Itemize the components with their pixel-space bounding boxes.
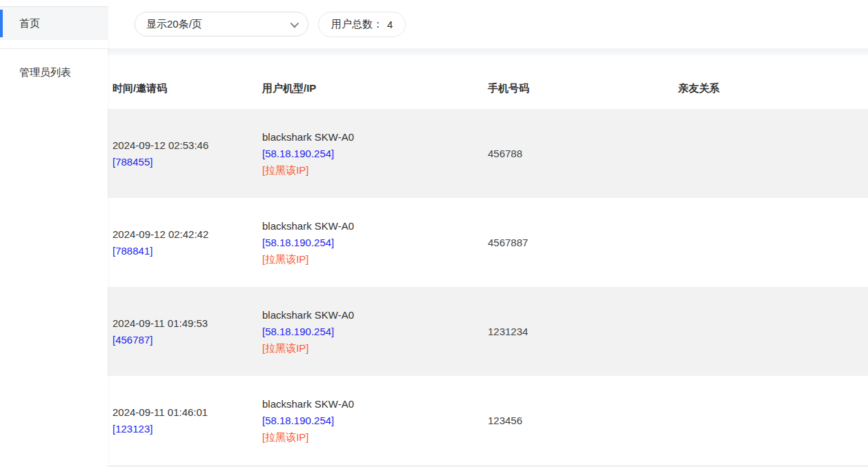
table-row: 2024-09-12 02:53:46 [788455] blackshark … xyxy=(108,109,868,198)
table-row: 2024-09-12 02:42:42 [788841] blackshark … xyxy=(108,198,868,287)
column-header-phone: 手机号码 xyxy=(488,82,678,95)
row-time: 2024-09-12 02:42:42 xyxy=(112,226,262,243)
cell-phone: 123456 xyxy=(488,415,678,426)
invite-code-link[interactable]: [788841] xyxy=(112,243,152,259)
active-indicator-bar xyxy=(0,10,3,37)
sidebar-item-label: 首页 xyxy=(19,17,40,30)
invite-code-link[interactable]: [456787] xyxy=(112,332,152,348)
cell-phone: 456788 xyxy=(488,148,678,159)
user-total-badge: 用户总数： 4 xyxy=(318,12,406,37)
ip-link[interactable]: [58.18.190.254] xyxy=(262,146,334,162)
row-time: 2024-09-12 02:53:46 xyxy=(112,137,262,154)
cell-time-invite: 2024-09-12 02:53:46 [788455] xyxy=(112,137,262,170)
cell-device-ip: blackshark SKW-A0 [58.18.190.254] [拉黑该IP… xyxy=(262,129,488,179)
blacklist-ip-action[interactable]: [拉黑该IP] xyxy=(262,429,309,446)
user-table: 时间/邀请码 用户机型/IP 手机号码 亲友关系 2024-09-12 02:5… xyxy=(108,55,868,467)
invite-code-link[interactable]: [788455] xyxy=(112,154,152,170)
page-size-select-value: 显示20条/页 xyxy=(146,18,202,31)
sidebar: 首页 管理员列表 xyxy=(0,0,108,467)
user-total-value: 4 xyxy=(387,19,393,30)
blacklist-ip-action[interactable]: [拉黑该IP] xyxy=(262,251,309,268)
row-time: 2024-09-11 01:49:53 xyxy=(112,315,262,332)
sidebar-item-label: 管理员列表 xyxy=(19,66,71,79)
table-row: 2024-09-11 01:49:53 [456787] blackshark … xyxy=(108,287,868,376)
ip-link[interactable]: [58.18.190.254] xyxy=(262,235,334,251)
cell-device-ip: blackshark SKW-A0 [58.18.190.254] [拉黑该IP… xyxy=(262,307,488,357)
toolbar: 显示20条/页 用户总数： 4 xyxy=(108,0,868,48)
ip-link[interactable]: [58.18.190.254] xyxy=(262,413,334,429)
cell-device-ip: blackshark SKW-A0 [58.18.190.254] [拉黑该IP… xyxy=(262,218,488,268)
table-row: 2024-09-11 01:46:01 [123123] blackshark … xyxy=(108,376,868,465)
column-header-relation: 亲友关系 xyxy=(678,82,868,95)
column-header-device-ip: 用户机型/IP xyxy=(262,82,488,95)
sidebar-item-home[interactable]: 首页 xyxy=(0,7,108,40)
sidebar-top-divider xyxy=(0,0,108,7)
row-time: 2024-09-11 01:46:01 xyxy=(112,404,262,421)
user-total-label: 用户总数： xyxy=(331,18,383,31)
topbar-divider-band xyxy=(108,48,868,55)
app-window: 首页 管理员列表 显示20条/页 用户总数： 4 时间/邀请码 用户机型/IP xyxy=(0,0,868,467)
chevron-down-icon xyxy=(290,19,299,28)
blacklist-ip-action[interactable]: [拉黑该IP] xyxy=(262,340,309,357)
cell-device-ip: blackshark SKW-A0 [58.18.190.254] [拉黑该IP… xyxy=(262,396,488,446)
cell-time-invite: 2024-09-11 01:46:01 [123123] xyxy=(112,404,262,437)
cell-time-invite: 2024-09-12 02:42:42 [788841] xyxy=(112,226,262,259)
ip-link[interactable]: [58.18.190.254] xyxy=(262,324,334,340)
cell-phone: 1231234 xyxy=(488,326,678,337)
row-device: blackshark SKW-A0 xyxy=(262,307,488,324)
sidebar-item-admin-list[interactable]: 管理员列表 xyxy=(0,56,108,89)
cell-phone: 4567887 xyxy=(488,237,678,248)
row-device: blackshark SKW-A0 xyxy=(262,396,488,413)
invite-code-link[interactable]: [123123] xyxy=(112,421,152,437)
page-size-select[interactable]: 显示20条/页 xyxy=(135,12,308,37)
cell-time-invite: 2024-09-11 01:49:53 [456787] xyxy=(112,315,262,348)
row-device: blackshark SKW-A0 xyxy=(262,129,488,146)
sidebar-divider xyxy=(0,48,108,49)
main-content: 显示20条/页 用户总数： 4 时间/邀请码 用户机型/IP 手机号码 亲友关系… xyxy=(108,0,868,467)
table-header-row: 时间/邀请码 用户机型/IP 手机号码 亲友关系 xyxy=(108,55,868,109)
row-device: blackshark SKW-A0 xyxy=(262,218,488,235)
column-header-time-invite: 时间/邀请码 xyxy=(112,82,262,95)
blacklist-ip-action[interactable]: [拉黑该IP] xyxy=(262,162,309,179)
